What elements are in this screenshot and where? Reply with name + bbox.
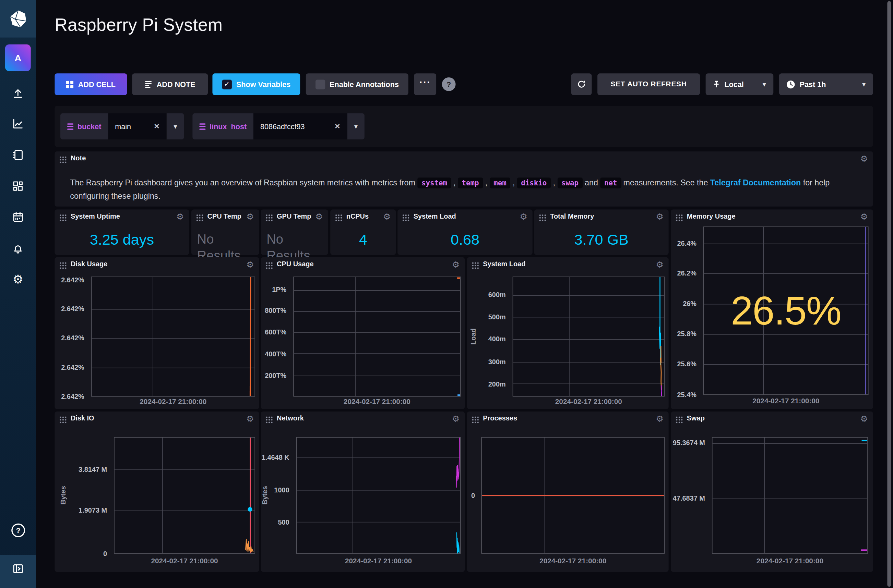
chevron-down-icon: ▼ xyxy=(762,81,766,87)
panel-title: Disk IO xyxy=(71,415,245,423)
variable-bucket-caret[interactable]: ▼ xyxy=(167,113,184,139)
refresh-icon xyxy=(577,80,586,89)
panel-title: System Load xyxy=(483,261,654,268)
x-axis-label: 2024-02-17 21:00:00 xyxy=(293,398,460,406)
clear-x-icon[interactable]: × xyxy=(335,121,340,132)
add-cell-grid-icon xyxy=(66,81,74,88)
stat-system-uptime: System Uptime⚙ 3.25 days xyxy=(54,209,189,255)
gear-icon[interactable]: ⚙ xyxy=(656,260,663,270)
y-tick-label: 800T% xyxy=(265,307,286,315)
chevron-down-icon: ▼ xyxy=(862,81,866,87)
influxdb-logo[interactable] xyxy=(0,0,36,38)
panel-title: Note xyxy=(71,155,86,162)
enable-annotations-toggle[interactable]: Enable Annotations xyxy=(306,74,409,95)
drag-handle[interactable] xyxy=(265,416,273,423)
gear-icon[interactable]: ⚙ xyxy=(860,153,868,164)
settings-gear-icon[interactable]: ⚙ xyxy=(11,273,24,286)
telegraf-documentation-link[interactable]: Telegraf Documentation xyxy=(710,178,801,188)
drag-handle[interactable] xyxy=(472,262,479,269)
variable-bucket-value[interactable]: main × xyxy=(108,113,166,139)
stat-total-memory: Total Memory⚙ 3.70 GB xyxy=(534,209,669,255)
checkbox-checked-icon: ✓ xyxy=(222,80,232,89)
time-range-dropdown[interactable]: Past 1h ▼ xyxy=(779,74,873,95)
drag-handle[interactable] xyxy=(335,214,342,221)
y-tick-label: 200T% xyxy=(265,372,286,380)
variable-linux-host-caret[interactable]: ▼ xyxy=(347,113,365,139)
variable-linux-host-label[interactable]: linux_host xyxy=(192,113,253,139)
drag-handle[interactable] xyxy=(59,214,67,221)
y-tick-label: 400T% xyxy=(265,350,286,358)
gear-icon[interactable]: ⚙ xyxy=(452,414,460,424)
drag-handle[interactable] xyxy=(472,416,479,423)
help-icon[interactable]: ? xyxy=(11,524,25,537)
question-glyph: ? xyxy=(446,80,451,88)
drag-handle[interactable] xyxy=(539,214,546,221)
variable-bucket-label[interactable]: bucket xyxy=(60,113,108,139)
gear-icon[interactable]: ⚙ xyxy=(656,212,663,222)
more-options-button[interactable]: ··· xyxy=(414,74,436,95)
y-tick-label: 25.4% xyxy=(677,391,697,399)
drag-handle[interactable] xyxy=(196,214,203,221)
x-axis-label: 2024-02-17 21:00:00 xyxy=(114,557,255,565)
dashboards-icon[interactable] xyxy=(11,180,24,193)
gear-icon[interactable]: ⚙ xyxy=(383,212,391,222)
clear-x-icon[interactable]: × xyxy=(154,121,159,132)
panel-disk-io: Disk IO⚙ Bytes 3.8147 M1.9073 M0 2024-02… xyxy=(54,411,259,572)
gear-icon[interactable]: ⚙ xyxy=(176,212,184,222)
y-tick-label: 200m xyxy=(489,380,506,388)
panel-swap: Swap⚙ 95.3674 M47.6837 M 2024-02-17 21:0… xyxy=(671,411,873,572)
gear-icon[interactable]: ⚙ xyxy=(246,260,254,270)
memory-usage-big-value: 26.5% xyxy=(704,226,869,395)
gear-icon[interactable]: ⚙ xyxy=(246,212,254,222)
chart-plot xyxy=(481,437,664,554)
drag-handle[interactable] xyxy=(265,214,273,221)
gear-icon[interactable]: ⚙ xyxy=(656,414,663,424)
drag-handle[interactable] xyxy=(676,416,683,423)
set-auto-refresh-button[interactable]: SET AUTO REFRESH xyxy=(597,74,700,95)
data-explorer-graph-icon[interactable] xyxy=(11,117,24,130)
upload-icon[interactable] xyxy=(11,86,24,99)
code-chip: diskio xyxy=(517,177,551,189)
ellipsis-icon: ··· xyxy=(419,77,431,88)
drag-handle[interactable] xyxy=(676,214,683,221)
expand-sidebar-icon[interactable] xyxy=(11,562,24,575)
gear-icon[interactable]: ⚙ xyxy=(452,260,460,270)
drag-handle[interactable] xyxy=(59,156,67,164)
gear-icon[interactable]: ⚙ xyxy=(246,414,254,424)
drag-handle[interactable] xyxy=(59,262,67,269)
y-tick-label: 95.3674 M xyxy=(673,439,705,447)
stat-ncpus: nCPUs⚙ 4 xyxy=(330,209,396,255)
panel-memory-usage: Memory Usage⚙ 26.4%26.2%26%25.8%25.6%25.… xyxy=(671,209,873,409)
drag-handle[interactable] xyxy=(265,262,273,269)
show-variables-toggle[interactable]: ✓ Show Variables xyxy=(212,74,300,95)
add-cell-button[interactable]: ADD CELL xyxy=(54,74,127,95)
drag-handle[interactable] xyxy=(59,416,67,423)
help-question-button[interactable]: ? xyxy=(442,78,456,91)
vertical-scrollbar[interactable] xyxy=(887,1,891,586)
tasks-calendar-icon[interactable] xyxy=(11,210,24,224)
variable-linux-host-value[interactable]: 8086adfccf93 × xyxy=(253,113,347,139)
y-tick-label: 0 xyxy=(103,550,107,558)
add-note-button[interactable]: ADD NOTE xyxy=(132,74,208,95)
drag-handle[interactable] xyxy=(402,214,409,221)
gear-icon[interactable]: ⚙ xyxy=(520,212,527,222)
alerts-bell-icon[interactable] xyxy=(11,242,24,255)
clock-icon xyxy=(786,80,795,88)
y-tick-label: 2.642% xyxy=(61,276,84,284)
timezone-dropdown[interactable]: Local ▼ xyxy=(706,74,774,95)
gear-icon[interactable]: ⚙ xyxy=(860,212,868,222)
gear-icon[interactable]: ⚙ xyxy=(860,414,868,424)
timezone-label: Local xyxy=(724,80,744,88)
x-axis-label: 2024-02-17 21:00:00 xyxy=(91,398,255,406)
y-tick-label: 26% xyxy=(683,300,696,308)
notebooks-icon[interactable] xyxy=(11,148,24,161)
y-tick-label: 0 xyxy=(471,491,475,499)
refresh-button[interactable] xyxy=(571,74,592,95)
add-cell-label: ADD CELL xyxy=(78,80,116,88)
add-note-label: ADD NOTE xyxy=(157,80,195,88)
gear-icon[interactable]: ⚙ xyxy=(315,212,323,222)
y-tick-label: 2.642% xyxy=(61,393,84,400)
avatar[interactable]: A xyxy=(5,45,31,71)
x-axis-label: 2024-02-17 21:00:00 xyxy=(296,557,461,565)
pin-icon xyxy=(713,80,720,88)
